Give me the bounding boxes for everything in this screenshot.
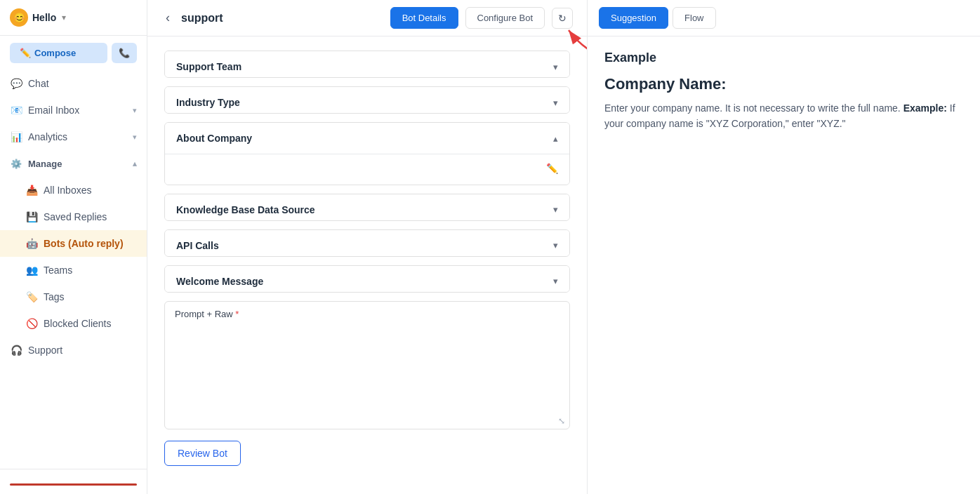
bot-icon: 🤖	[25, 237, 38, 250]
call-button[interactable]: 📞	[112, 43, 137, 63]
accordion-api-calls: API Calls ▾	[164, 229, 570, 257]
sidebar-nav: 💬 Chat 📧 Email Inbox ▾ 📊 Analytics ▾ ⚙️ …	[0, 70, 147, 469]
right-description: Enter your company name. It is not neces…	[604, 100, 963, 132]
right-section-title: Example	[604, 51, 963, 65]
accordion-label: Industry Type	[176, 97, 240, 108]
accordion-label: Welcome Message	[176, 276, 263, 287]
manage-icon: ⚙️	[10, 157, 22, 170]
prompt-label: Prompt + Raw	[175, 309, 233, 319]
chevron-up-icon: ▴	[553, 133, 558, 144]
accordion-header-support-team[interactable]: Support Team ▾	[165, 51, 569, 78]
refresh-button[interactable]: ↻	[552, 8, 573, 29]
sidebar-item-label: Support	[28, 345, 137, 356]
sidebar-item-label: Teams	[44, 265, 137, 276]
email-icon: 📧	[10, 104, 22, 116]
chevron-down-icon: ▾	[553, 240, 558, 251]
accordion-body-about-company: ✏️	[165, 154, 569, 185]
accordion-label: Support Team	[176, 61, 241, 72]
chat-icon: 💬	[10, 77, 22, 90]
right-panel-tabs: Suggestion Flow	[588, 0, 980, 36]
sidebar-item-email-inbox[interactable]: 📧 Email Inbox ▾	[0, 97, 147, 124]
page-title: support	[181, 12, 383, 25]
sidebar-item-analytics[interactable]: 📊 Analytics ▾	[0, 124, 147, 150]
account-title: Hello	[32, 12, 56, 23]
right-field-title: Company Name:	[604, 75, 963, 93]
sidebar-item-chat[interactable]: 💬 Chat	[0, 70, 147, 97]
accordion-header-api-calls[interactable]: API Calls ▾	[165, 230, 569, 257]
sidebar-item-bots[interactable]: 🤖 Bots (Auto reply)	[0, 230, 147, 257]
account-header[interactable]: 😊 Hello ▾	[0, 0, 147, 36]
compose-button[interactable]: ✏️ Compose	[10, 43, 107, 63]
tags-icon: 🏷️	[25, 291, 38, 303]
prompt-textarea[interactable]	[165, 326, 569, 410]
sidebar-item-label: Bots (Auto reply)	[44, 238, 137, 249]
accordion-label: Knowledge Base Data Source	[176, 204, 315, 215]
accordion-label: API Calls	[176, 240, 219, 251]
sidebar-item-label: Tags	[44, 291, 137, 302]
sidebar-item-blocked-clients[interactable]: 🚫 Blocked Clients	[0, 310, 147, 337]
tab-flow[interactable]: Flow	[673, 7, 715, 29]
chevron-down-icon: ▾	[553, 62, 558, 72]
form-area: Support Team ▾ Industry Type ▾ About Com…	[147, 36, 587, 494]
accordion-header-about-company[interactable]: About Company ▴	[165, 123, 569, 154]
chevron-icon: ▾	[133, 133, 137, 142]
support-icon: 🎧	[10, 344, 22, 356]
chevron-down-icon: ▾	[553, 98, 558, 108]
review-bot-container: Review Bot	[164, 441, 570, 480]
prompt-required: *	[235, 309, 239, 319]
refresh-icon: ↻	[558, 13, 567, 24]
accordion-header-welcome-message[interactable]: Welcome Message ▾	[165, 266, 569, 293]
accordion-welcome-message: Welcome Message ▾	[164, 265, 570, 293]
accordion-support-team: Support Team ▾	[164, 51, 570, 78]
sidebar-footer	[0, 469, 147, 494]
review-bot-button[interactable]: Review Bot	[164, 441, 241, 466]
top-bar: ‹ support Bot Details Configure Bot ↻	[147, 0, 587, 36]
phone-icon: 📞	[119, 48, 130, 58]
sidebar-item-teams[interactable]: 👥 Teams	[0, 257, 147, 283]
tab-configure-bot[interactable]: Configure Bot	[465, 7, 545, 29]
prompt-box: Prompt + Raw * ⤡	[164, 301, 570, 429]
sidebar-item-tags[interactable]: 🏷️ Tags	[0, 283, 147, 310]
tab-suggestion[interactable]: Suggestion	[599, 7, 668, 29]
sidebar-item-label: Analytics	[28, 131, 127, 142]
sidebar-item-label: Saved Replies	[44, 211, 137, 222]
compose-icon: ✏️	[20, 48, 31, 58]
sidebar-item-label: Blocked Clients	[44, 318, 137, 329]
back-button[interactable]: ‹	[161, 9, 174, 27]
saved-replies-icon: 💾	[25, 211, 38, 223]
chevron-down-icon: ▾	[62, 13, 66, 22]
resize-handle: ⤡	[165, 413, 569, 429]
inbox-icon: 📥	[25, 184, 38, 196]
tab-bot-details[interactable]: Bot Details	[390, 7, 458, 29]
accordion-label: About Company	[176, 133, 252, 144]
prompt-header: Prompt + Raw *	[165, 302, 569, 326]
sidebar-actions: ✏️ Compose 📞	[0, 36, 147, 70]
chevron-icon: ▾	[133, 106, 137, 115]
sidebar-item-label: All Inboxes	[44, 185, 137, 196]
accordion-knowledge-base: Knowledge Base Data Source ▾	[164, 194, 570, 221]
avatar: 😊	[10, 8, 28, 27]
footer-red-line	[10, 483, 137, 486]
resize-icon: ⤡	[558, 416, 565, 426]
blocked-icon: 🚫	[25, 317, 38, 330]
right-panel: Suggestion Flow Example Company Name: En…	[587, 0, 980, 494]
edit-icon[interactable]: ✏️	[546, 163, 558, 185]
chevron-down-icon: ▾	[553, 276, 558, 286]
sidebar-item-saved-replies[interactable]: 💾 Saved Replies	[0, 203, 147, 230]
analytics-icon: 📊	[10, 131, 22, 143]
accordion-header-knowledge-base[interactable]: Knowledge Base Data Source ▾	[165, 194, 569, 221]
accordion-about-company: About Company ▴ ✏️	[164, 122, 570, 185]
accordion-industry-type: Industry Type ▾	[164, 86, 570, 114]
sidebar: 😊 Hello ▾ ✏️ Compose 📞 💬 Chat 📧 Email In…	[0, 0, 147, 494]
chevron-icon: ▴	[133, 159, 137, 168]
sidebar-item-support[interactable]: 🎧 Support	[0, 337, 147, 363]
sidebar-item-label: Manage	[28, 159, 127, 169]
teams-icon: 👥	[25, 264, 38, 276]
sidebar-item-label: Email Inbox	[28, 105, 127, 116]
accordion-header-industry-type[interactable]: Industry Type ▾	[165, 87, 569, 114]
center-panel: ‹ support Bot Details Configure Bot ↻ Su…	[147, 0, 587, 494]
sidebar-item-all-inboxes[interactable]: 📥 All Inboxes	[0, 177, 147, 203]
sidebar-item-label: Chat	[28, 78, 137, 89]
sidebar-item-manage[interactable]: ⚙️ Manage ▴	[0, 150, 147, 177]
right-panel-content: Example Company Name: Enter your company…	[588, 36, 980, 494]
